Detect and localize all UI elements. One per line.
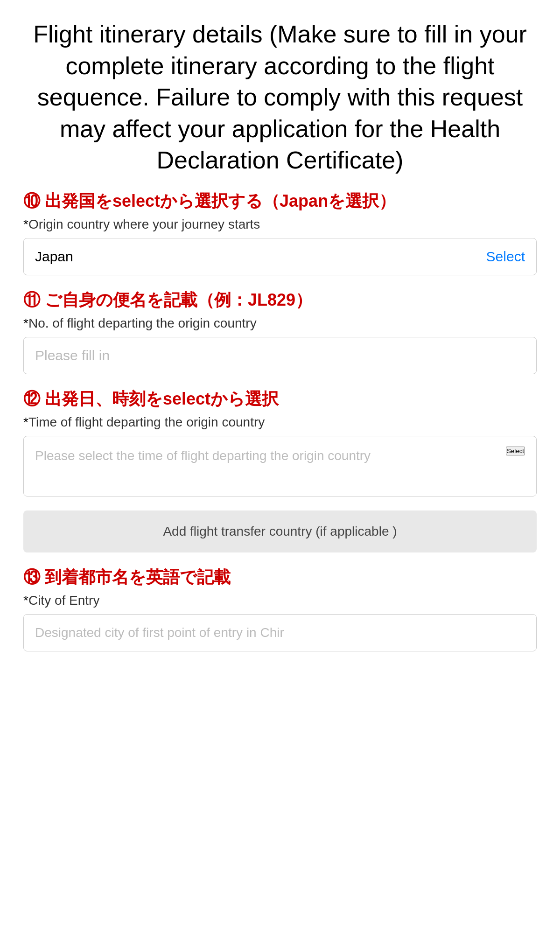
section-10-sublabel: *Origin country where your journey start… [23, 215, 537, 233]
flight-number-input[interactable] [23, 337, 537, 374]
departure-time-placeholder: Please select the time of flight departi… [35, 447, 506, 465]
section-12-label: ⑫ 出発日、時刻をselectから選択 [23, 388, 537, 410]
section-11-label: ⑪ ご自身の便名を記載（例：JL829） [23, 289, 537, 311]
required-star-10: * [23, 217, 28, 231]
city-entry-placeholder: Designated city of first point of entry … [35, 625, 284, 640]
section-12-sublabel: *Time of flight departing the origin cou… [23, 413, 537, 431]
section-11: ⑪ ご自身の便名を記載（例：JL829） *No. of flight depa… [23, 289, 537, 374]
section-13-label: ⑬ 到着都市名を英語で記載 [23, 566, 537, 588]
page-container: Flight itinerary details (Make sure to f… [0, 0, 560, 684]
section-10: ⑩ 出発国をselectから選択する（Japanを選択） *Origin cou… [23, 190, 537, 275]
section-10-label: ⑩ 出発国をselectから選択する（Japanを選択） [23, 190, 537, 212]
section-13: ⑬ 到着都市名を英語で記載 *City of Entry Designated … [23, 566, 537, 651]
origin-country-select-button[interactable]: Select [486, 249, 525, 265]
add-transfer-button[interactable]: Add flight transfer country (if applicab… [23, 510, 537, 552]
required-star-13: * [23, 593, 28, 608]
required-star-11: * [23, 316, 28, 330]
departure-time-select-button[interactable]: Select [506, 447, 525, 455]
section-11-sublabel: *No. of flight departing the origin coun… [23, 314, 537, 332]
required-star-12: * [23, 415, 28, 429]
origin-country-field[interactable]: Japan Select [23, 238, 537, 275]
departure-time-field[interactable]: Please select the time of flight departi… [23, 436, 537, 496]
section-12: ⑫ 出発日、時刻をselectから選択 *Time of flight depa… [23, 388, 537, 496]
origin-country-value: Japan [35, 249, 482, 265]
section-13-sublabel: *City of Entry [23, 591, 537, 609]
header-notice: Flight itinerary details (Make sure to f… [23, 19, 537, 176]
city-entry-field[interactable]: Designated city of first point of entry … [23, 614, 537, 651]
